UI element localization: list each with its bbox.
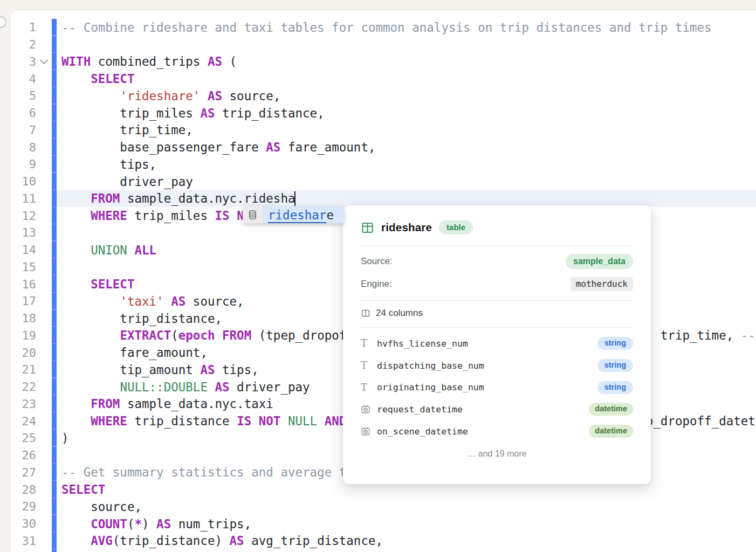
change-bar xyxy=(52,19,57,552)
code-line[interactable]: 4 SELECT xyxy=(10,70,756,87)
code-token xyxy=(61,380,120,394)
code-line[interactable]: 6 trip_miles AS trip_distance, xyxy=(10,105,756,122)
code-line[interactable]: 29 source, xyxy=(10,498,756,515)
code-line[interactable]: 3WITH combined_trips AS ( xyxy=(10,53,756,71)
autocomplete-matched-text: rideshar xyxy=(268,208,326,222)
code-line[interactable]: 9 tips, xyxy=(10,156,756,173)
autocomplete-rest-text: e xyxy=(326,208,334,222)
column-type-badge: datetime xyxy=(589,403,633,416)
line-number[interactable]: 3 xyxy=(10,55,36,68)
code-token xyxy=(61,72,91,86)
source-label: Source: xyxy=(361,256,393,267)
line-number[interactable]: 13 xyxy=(10,226,36,239)
fold-chevron-icon[interactable] xyxy=(36,60,52,63)
table-info-card: rideshare table Source: sample_data Engi… xyxy=(343,205,651,484)
cursor-caret xyxy=(294,191,295,206)
code-text[interactable]: 'rideshare' AS source, xyxy=(52,89,756,103)
line-number[interactable]: 23 xyxy=(10,397,36,411)
code-token: AS xyxy=(200,106,215,120)
line-number[interactable]: 30 xyxy=(10,517,36,530)
line-number[interactable]: 2 xyxy=(10,38,36,51)
line-number[interactable]: 11 xyxy=(10,192,36,205)
code-token: AVG xyxy=(91,534,113,548)
code-token: trip_time, xyxy=(61,123,193,137)
code-text[interactable]: WITH combined_trips AS ( xyxy=(52,54,756,68)
line-number[interactable]: 14 xyxy=(10,243,36,257)
line-number[interactable]: 29 xyxy=(10,500,36,513)
code-token: WITH xyxy=(61,54,91,68)
code-token: trip_miles xyxy=(61,106,200,120)
code-token xyxy=(61,294,120,308)
autocomplete-item-rideshare[interactable]: rideshare xyxy=(263,206,344,223)
code-token: NULL::DOUBLE xyxy=(120,380,208,394)
chevron-down-icon xyxy=(40,56,49,65)
line-number[interactable]: 19 xyxy=(10,329,36,342)
code-line[interactable]: 8 base_passenger_fare AS fare_amount, xyxy=(10,139,756,156)
line-number[interactable]: 22 xyxy=(10,380,36,394)
code-token: trip_distance, xyxy=(61,312,222,326)
code-token xyxy=(61,328,120,342)
line-number[interactable]: 7 xyxy=(10,123,36,137)
line-number[interactable]: 28 xyxy=(10,483,36,496)
code-token: WHERE xyxy=(91,209,127,223)
code-text[interactable]: trip_time, xyxy=(52,123,756,137)
line-number[interactable]: 4 xyxy=(10,72,36,86)
line-number[interactable]: 25 xyxy=(10,431,36,445)
line-number[interactable]: 20 xyxy=(10,346,36,360)
code-line[interactable]: 11 FROM sample_data.nyc.ridesha xyxy=(10,190,756,208)
code-token xyxy=(61,534,91,548)
code-line[interactable]: 1-- Combine rideshare and taxi tables fo… xyxy=(10,19,756,36)
line-number[interactable]: 12 xyxy=(10,209,36,223)
code-text[interactable]: tips, xyxy=(52,157,756,171)
code-text[interactable]: -- Combine rideshare and taxi tables for… xyxy=(52,20,756,34)
line-number[interactable]: 5 xyxy=(10,89,36,102)
line-number[interactable]: 1 xyxy=(10,20,36,34)
code-token: AS xyxy=(208,89,222,103)
code-text[interactable]: source, xyxy=(52,500,756,514)
code-token: (trip_distance) xyxy=(113,534,230,548)
code-line[interactable]: 32 AVG(trip_time) AS avg_trip_time, xyxy=(10,549,756,552)
code-text[interactable]: SELECT xyxy=(52,482,756,496)
code-line[interactable]: 5 'rideshare' AS source, xyxy=(10,87,756,105)
code-line[interactable]: 30 COUNT(*) AS num_trips, xyxy=(10,515,756,533)
column-type-badge: string xyxy=(597,359,633,372)
columns-icon xyxy=(361,308,370,318)
code-line[interactable]: 7 trip_time, xyxy=(10,122,756,139)
code-text[interactable]: driver_pay xyxy=(52,175,756,189)
code-text[interactable]: base_passenger_fare AS fare_amount, xyxy=(52,140,756,154)
code-text[interactable]: COUNT(*) AS num_trips, xyxy=(52,517,756,531)
line-number[interactable]: 10 xyxy=(10,175,36,188)
line-number[interactable]: 17 xyxy=(10,294,36,308)
line-number[interactable]: 15 xyxy=(10,260,36,274)
code-token: -- xyxy=(741,328,755,342)
code-line[interactable]: 10 driver_pay xyxy=(10,173,756,190)
code-text[interactable]: SELECT xyxy=(52,72,756,86)
line-number[interactable]: 21 xyxy=(10,363,36,376)
line-number[interactable]: 9 xyxy=(10,157,36,171)
code-token xyxy=(61,89,120,103)
line-number[interactable]: 24 xyxy=(10,415,36,428)
code-token: SELECT xyxy=(61,482,105,496)
code-token: FROM xyxy=(91,397,120,411)
code-token: tip_amount xyxy=(61,363,200,377)
line-number[interactable]: 16 xyxy=(10,278,36,291)
line-number[interactable]: 6 xyxy=(10,106,36,120)
code-token: p_dropoff_datet xyxy=(646,414,755,428)
line-number[interactable]: 26 xyxy=(10,448,36,462)
code-text[interactable]: trip_miles AS trip_distance, xyxy=(52,106,756,120)
code-line[interactable]: 2 xyxy=(10,36,756,53)
code-token: source, xyxy=(222,89,280,103)
calendar-clock-icon xyxy=(361,404,377,414)
code-token xyxy=(61,191,91,205)
code-text[interactable]: FROM sample_data.nyc.ridesha xyxy=(52,191,756,206)
line-number[interactable]: 8 xyxy=(10,141,36,154)
code-line[interactable]: 31 AVG(trip_distance) AS avg_trip_distan… xyxy=(10,533,756,550)
line-number[interactable]: 27 xyxy=(10,466,36,479)
line-number[interactable]: 31 xyxy=(10,534,36,548)
edge-circle-decoration xyxy=(0,16,6,28)
code-text[interactable]: AVG(trip_distance) AS avg_trip_distance, xyxy=(52,534,756,548)
text-type-icon: T xyxy=(361,361,377,370)
calendar-clock-icon xyxy=(361,426,377,436)
line-number[interactable]: 18 xyxy=(10,312,36,325)
code-token xyxy=(230,209,237,223)
